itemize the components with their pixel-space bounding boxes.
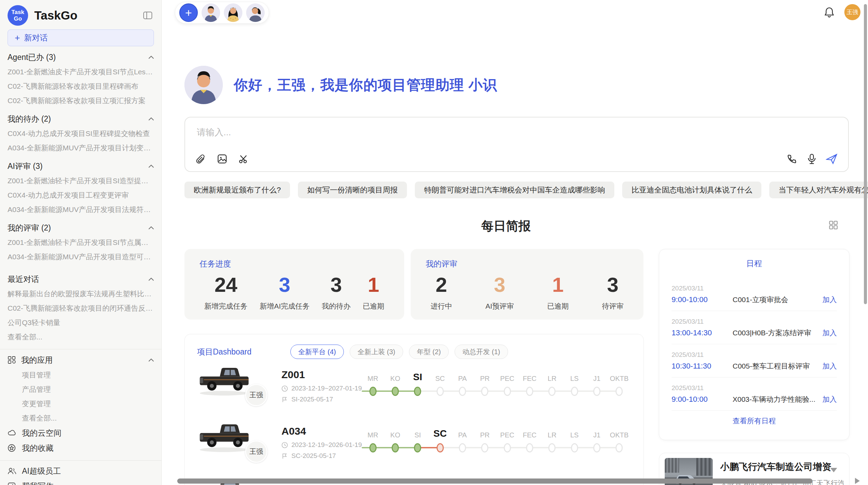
milestone-label: OKTB — [610, 370, 628, 383]
join-link[interactable]: 加入 — [822, 395, 837, 404]
attachment-icon[interactable] — [195, 153, 207, 165]
people-icon — [8, 467, 16, 475]
suggestion-chip[interactable]: 如何写一份清晰的项目周报 — [298, 182, 407, 198]
project-flag-date: SC-2025-05-17 — [281, 452, 336, 460]
list-item[interactable]: 公司Q3轻卡销量 — [8, 315, 154, 330]
stat-card-my-reviews: 我的评审 2 进行中 3 AI预评审 1 已逾期 3 待评审 — [411, 249, 643, 320]
milestone-label: OKTB — [610, 426, 628, 439]
scroll-right-arrow-icon[interactable] — [855, 478, 860, 484]
list-item[interactable]: C02-飞腾新能源轻客改款项目的闭环通告反馈情况 — [8, 301, 154, 315]
scroll-down-arrow-icon[interactable] — [830, 468, 837, 472]
tab-powertrain[interactable]: 动总开发 (1) — [455, 345, 508, 359]
milestone-label: PR — [480, 370, 490, 383]
milestone-dot — [504, 387, 511, 396]
project-row[interactable]: 王强 Z001 2023-12-19~2027-01-19 SI-2025-05… — [197, 360, 632, 416]
sidebar-item-project-mgmt[interactable]: 项目管理 — [8, 368, 154, 382]
section-header-my-todo[interactable]: 我的待办 (2) — [8, 111, 154, 126]
event-name: X003-车辆动力学性能验... — [733, 395, 822, 404]
suggestion-chip[interactable]: 当下年轻人对汽车外观有怎样的喜好趋势 — [769, 182, 868, 198]
section-header-recent[interactable]: 最近对话 — [8, 272, 154, 287]
suggestion-chip[interactable]: 比亚迪全固态电池计划具体说了什么 — [622, 182, 761, 198]
list-item[interactable]: C02-飞腾新能源轻客改款项目里程碑画布 — [8, 79, 154, 94]
join-link[interactable]: 加入 — [822, 328, 837, 338]
suggestion-chip[interactable]: 特朗普可能对进口汽车增税会对中国车企造成哪些影响 — [415, 182, 614, 198]
sidebar-item-product-mgmt[interactable]: 产品管理 — [8, 382, 154, 397]
phone-icon[interactable] — [786, 153, 798, 165]
new-chat-label: 新对话 — [24, 33, 48, 43]
vertical-scrollbar[interactable] — [864, 4, 867, 304]
composer-left-icons — [195, 153, 250, 165]
owner-badge[interactable]: 王强 — [245, 440, 267, 463]
view-all-apps[interactable]: 查看全部... — [8, 411, 154, 425]
list-item[interactable]: C0X4-动力总成开发项目SI里程碑提交物检查 — [8, 126, 154, 141]
new-chat-button[interactable]: + 新对话 — [8, 29, 154, 46]
stat: 3 新增AI完成任务 — [260, 273, 310, 311]
join-link[interactable]: 加入 — [822, 361, 837, 371]
list-item[interactable]: C02-飞腾新能源轻客改款项目立项汇报方案 — [8, 94, 154, 108]
layout-grid-icon[interactable] — [828, 220, 839, 230]
tab-platform[interactable]: 全新平台 (4) — [290, 345, 344, 359]
send-icon[interactable] — [825, 153, 838, 165]
list-item[interactable]: C0X4-动力总成开发项目工程变更评审 — [8, 188, 154, 202]
list-item[interactable]: Z001-全新燃油轻卡产品开发项目SI造型提交物评审 — [8, 174, 154, 188]
sidebar-item-help-write[interactable]: 帮我写作 — [8, 478, 154, 485]
stat-label: 新增完成任务 — [204, 301, 248, 311]
list-item[interactable]: A034-全新新能源MUV产品开发项目法规符合性评审 — [8, 202, 154, 217]
milestone-label: SI — [413, 370, 422, 383]
sidebar-item-cloud-space[interactable]: 我的云空间 — [8, 425, 154, 440]
list-item[interactable]: 解释最新出台的欧盟报废车法规再生塑料比例被调至15%... — [8, 287, 154, 301]
sidebar-item-change-mgmt[interactable]: 变更管理 — [8, 397, 154, 411]
scissors-icon[interactable] — [237, 153, 250, 165]
stat-label: 我的待办 — [322, 301, 351, 311]
sidebar-item-ai-employee[interactable]: AI超级员工 — [8, 463, 154, 478]
project-row[interactable]: 王强 A034 2023-12-19~2026-01-19 SC-2025-05… — [197, 416, 632, 473]
milestone-label: KO — [390, 370, 400, 383]
stat-value: 3 — [607, 273, 618, 297]
cloud-icon — [8, 429, 16, 437]
milestone-dot — [459, 443, 466, 452]
milestone-dot — [459, 387, 466, 396]
chat-composer[interactable]: 请输入... — [184, 117, 849, 172]
sidebar-collapse-icon[interactable] — [142, 9, 154, 22]
tab-upfit[interactable]: 全新上装 (3) — [350, 345, 403, 359]
tab-model-year[interactable]: 年型 (2) — [409, 345, 449, 359]
owner-badge[interactable]: 王强 — [245, 384, 267, 406]
list-item[interactable]: A034-全新新能源MUV产品开发项目计划变更表编写 — [8, 141, 154, 155]
view-all-schedule-link[interactable]: 查看所有日程 — [672, 411, 837, 431]
milestone-dot — [593, 443, 601, 452]
image-icon[interactable] — [216, 153, 228, 165]
avatar[interactable] — [224, 3, 242, 22]
join-link[interactable]: 加入 — [822, 295, 837, 304]
notification-bell-icon[interactable] — [824, 7, 835, 18]
view-all-recent[interactable]: 查看全部... — [8, 330, 154, 344]
section-header-my-review[interactable]: 我的评审 (2) — [8, 220, 154, 235]
briefing-title: 每日简报 — [162, 218, 850, 235]
assistant-avatar — [184, 66, 223, 104]
milestone-label: PEC — [500, 426, 514, 439]
user-avatar[interactable]: 王强 — [844, 4, 860, 20]
milestone-chain: MRKOSISCPAPRPECFECLRLSJ1OKTB — [362, 416, 630, 461]
stat-value: 24 — [215, 273, 238, 297]
list-item[interactable]: Z001-全新燃油轻卡产品开发项目SI节点属性5D文件评审 — [8, 235, 154, 250]
horizontal-scrollbar[interactable] — [177, 478, 812, 484]
star-badge-icon — [8, 444, 16, 452]
milestone-dot — [593, 387, 601, 396]
sidebar-item-my-apps[interactable]: 我的应用 — [8, 352, 154, 368]
schedule-event: 2025/03/11 13:00-14:30 C003|H0B-方案冻结评审 加… — [672, 311, 837, 344]
microphone-icon[interactable] — [806, 153, 818, 165]
add-agent-button[interactable]: + — [179, 3, 198, 22]
avatar[interactable] — [202, 3, 220, 22]
milestone-label: LS — [570, 370, 578, 383]
stat-value: 3 — [330, 273, 342, 297]
milestone-label: KO — [390, 426, 400, 439]
sidebar-item-favorites[interactable]: 我的收藏 — [8, 440, 154, 456]
avatar[interactable] — [246, 3, 265, 22]
list-item[interactable]: A034-全新新能源MUV产品开发项目造型可行性评审 — [8, 250, 154, 264]
section-header-ai-review[interactable]: AI评审 (3) — [8, 159, 154, 174]
topbar-right: 王强 — [824, 4, 860, 20]
section-header-agent-done[interactable]: Agent已办 (3) — [8, 50, 154, 65]
suggestion-chip[interactable]: 欧洲新规最近颁布了什么? — [184, 182, 290, 198]
clock-icon — [281, 385, 288, 392]
milestone-dot — [571, 443, 578, 452]
list-item[interactable]: Z001-全新燃油皮卡产品开发项目SI节点Lesson Learn报告 — [8, 65, 154, 79]
